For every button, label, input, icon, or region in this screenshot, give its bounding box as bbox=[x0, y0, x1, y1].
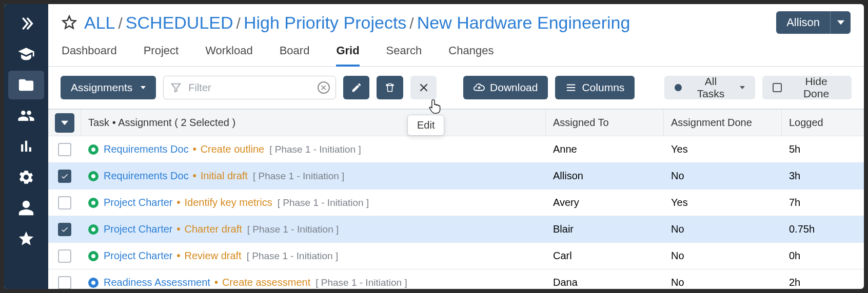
row-checkbox[interactable] bbox=[58, 276, 71, 289]
edit-tooltip: Edit bbox=[407, 115, 444, 136]
tab-grid[interactable]: Grid bbox=[336, 44, 359, 67]
nav-user-icon[interactable] bbox=[8, 194, 44, 222]
status-dot-icon bbox=[675, 84, 682, 91]
assignment-link[interactable]: Identify key metrics bbox=[185, 197, 272, 208]
nav-folder-icon[interactable] bbox=[8, 71, 44, 99]
status-circle-icon bbox=[88, 171, 98, 181]
select-all-dropdown[interactable] bbox=[55, 113, 74, 133]
col-header-logged[interactable]: Logged bbox=[782, 110, 864, 136]
nav-star-icon[interactable] bbox=[8, 224, 44, 253]
breadcrumb-scheduled[interactable]: SCHEDULED bbox=[126, 13, 233, 33]
hide-done-toggle[interactable]: Hide Done bbox=[762, 76, 852, 99]
row-checkbox[interactable] bbox=[58, 223, 71, 236]
tab-board[interactable]: Board bbox=[280, 44, 310, 66]
download-label: Download bbox=[490, 81, 538, 94]
phase-label: [ Phase 1 - Initiation ] bbox=[269, 144, 361, 155]
table-row[interactable]: Project Charter•Charter draft[ Phase 1 -… bbox=[48, 216, 864, 243]
cell-logged: 0.75h bbox=[782, 216, 864, 242]
assignment-link[interactable]: Charter draft bbox=[185, 223, 242, 235]
grid-table: Task • Assignment ( 2 Selected ) Assigne… bbox=[48, 109, 864, 289]
phase-label: [ Phase 1 - Initiation ] bbox=[253, 171, 345, 182]
tab-bar: Dashboard Project Workload Board Grid Se… bbox=[48, 34, 864, 67]
assignments-dropdown[interactable]: Assignments bbox=[61, 76, 156, 99]
assignment-link[interactable]: Create assessment bbox=[222, 277, 310, 288]
breadcrumb-root[interactable]: ALL bbox=[84, 13, 115, 33]
nav-expand-icon[interactable] bbox=[8, 9, 44, 38]
col-header-assigned[interactable]: Assigned To bbox=[546, 110, 664, 136]
table-row[interactable]: Requirements Doc•Initial draft[ Phase 1 … bbox=[48, 163, 864, 190]
cell-assigned-to: Blair bbox=[546, 216, 664, 242]
tab-workload[interactable]: Workload bbox=[205, 44, 253, 66]
favorite-star-icon[interactable] bbox=[62, 15, 77, 30]
grid-header-row: Task • Assignment ( 2 Selected ) Assigne… bbox=[48, 110, 864, 136]
cell-assignment-done: No bbox=[664, 216, 782, 242]
filter-field-wrap: ✕ bbox=[163, 76, 336, 99]
download-button[interactable]: Download bbox=[463, 76, 548, 99]
columns-label: Columns bbox=[582, 81, 624, 94]
cell-assignment-done: Yes bbox=[664, 136, 782, 162]
tab-project[interactable]: Project bbox=[144, 44, 179, 66]
table-row[interactable]: Project Charter•Review draft[ Phase 1 - … bbox=[48, 243, 864, 269]
cell-logged: 7h bbox=[782, 190, 864, 216]
pointer-cursor-icon bbox=[428, 98, 442, 117]
cell-assignment-done: No bbox=[664, 163, 782, 189]
col-header-done[interactable]: Assignment Done bbox=[664, 110, 782, 136]
assignment-link[interactable]: Initial draft bbox=[201, 170, 248, 182]
row-checkbox[interactable] bbox=[58, 170, 71, 183]
table-row[interactable]: Requirements Doc•Create outline[ Phase 1… bbox=[48, 136, 864, 163]
nav-team-icon[interactable] bbox=[8, 101, 44, 130]
task-link[interactable]: Project Charter bbox=[104, 250, 173, 262]
cell-assignment-done: Yes bbox=[664, 190, 782, 216]
left-nav-rail bbox=[4, 4, 48, 289]
status-circle-icon bbox=[88, 198, 98, 208]
task-link[interactable]: Requirements Doc bbox=[104, 143, 189, 155]
table-row[interactable]: Readiness Assessment•Create assessment[ … bbox=[48, 269, 864, 289]
phase-label: [ Phase 1 - Initiation ] bbox=[247, 224, 339, 235]
columns-button[interactable]: Columns bbox=[555, 76, 635, 99]
breadcrumb-project[interactable]: New Hardware Engineering bbox=[417, 13, 630, 33]
phase-label: [ Phase 1 - Initiation ] bbox=[247, 250, 339, 262]
cell-logged: 5h bbox=[782, 136, 864, 162]
status-circle-icon bbox=[88, 224, 98, 235]
phase-label: [ Phase 1 - Initiation ] bbox=[315, 277, 407, 288]
chevron-down-icon bbox=[141, 86, 146, 89]
assignment-link[interactable]: Create outline bbox=[201, 143, 265, 155]
delete-button[interactable] bbox=[377, 76, 403, 99]
cell-assigned-to: Carl bbox=[546, 243, 664, 269]
cell-assigned-to: Anne bbox=[546, 136, 664, 162]
task-link[interactable]: Project Charter bbox=[104, 223, 173, 235]
checkbox-icon bbox=[773, 83, 782, 92]
row-checkbox[interactable] bbox=[58, 143, 71, 156]
tab-changes[interactable]: Changes bbox=[448, 44, 494, 66]
assignment-link[interactable]: Review draft bbox=[185, 250, 242, 262]
breadcrumb: ALL/ SCHEDULED/ High Priority Projects/ … bbox=[84, 13, 630, 33]
edit-button[interactable] bbox=[343, 76, 369, 99]
nav-learn-icon[interactable] bbox=[8, 40, 44, 69]
user-menu[interactable]: Allison bbox=[776, 11, 851, 34]
breadcrumb-project-group[interactable]: High Priority Projects bbox=[244, 13, 406, 33]
task-link[interactable]: Requirements Doc bbox=[104, 170, 189, 182]
nav-reports-icon[interactable] bbox=[8, 132, 44, 161]
hide-done-label: Hide Done bbox=[791, 75, 841, 100]
cell-logged: 0h bbox=[782, 243, 864, 269]
filter-input[interactable] bbox=[163, 76, 336, 99]
chevron-down-icon bbox=[740, 86, 745, 89]
status-circle-icon bbox=[88, 251, 98, 261]
col-header-task[interactable]: Task • Assignment ( 2 Selected ) bbox=[81, 110, 546, 136]
cell-logged: 2h bbox=[782, 269, 864, 289]
tab-dashboard[interactable]: Dashboard bbox=[62, 44, 117, 66]
cell-assignment-done: No bbox=[664, 243, 782, 269]
table-row[interactable]: Project Charter•Identify key metrics[ Ph… bbox=[48, 190, 864, 216]
all-tasks-dropdown[interactable]: All Tasks bbox=[664, 76, 755, 99]
close-selection-button[interactable] bbox=[410, 76, 437, 99]
task-link[interactable]: Project Charter bbox=[104, 197, 173, 208]
cell-assigned-to: Dana bbox=[546, 269, 664, 289]
clear-filter-icon[interactable]: ✕ bbox=[318, 81, 330, 94]
tab-search[interactable]: Search bbox=[386, 44, 422, 66]
nav-settings-icon[interactable] bbox=[8, 163, 44, 192]
task-link[interactable]: Readiness Assessment bbox=[104, 277, 210, 288]
phase-label: [ Phase 1 - Initiation ] bbox=[278, 197, 369, 208]
row-checkbox[interactable] bbox=[58, 196, 71, 210]
row-checkbox[interactable] bbox=[58, 249, 71, 263]
cell-assignment-done: No bbox=[664, 269, 782, 289]
